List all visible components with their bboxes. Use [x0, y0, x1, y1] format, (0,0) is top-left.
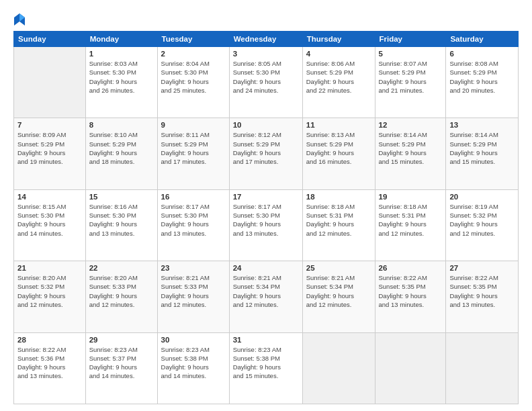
- day-number: 11: [306, 121, 371, 129]
- day-cell: 12Sunrise: 8:14 AM Sunset: 5:29 PM Dayli…: [375, 118, 446, 189]
- header-row: [13, 12, 519, 27]
- day-cell: 14Sunrise: 8:15 AM Sunset: 5:30 PM Dayli…: [14, 189, 86, 261]
- day-cell: 26Sunrise: 8:22 AM Sunset: 5:35 PM Dayli…: [375, 261, 446, 332]
- day-number: 24: [233, 264, 299, 272]
- day-number: 29: [89, 336, 154, 344]
- day-number: 27: [449, 264, 515, 272]
- day-info: Sunrise: 8:21 AM Sunset: 5:33 PM Dayligh…: [161, 273, 226, 309]
- day-info: Sunrise: 8:04 AM Sunset: 5:30 PM Dayligh…: [161, 59, 226, 95]
- day-info: Sunrise: 8:18 AM Sunset: 5:31 PM Dayligh…: [379, 202, 443, 238]
- day-info: Sunrise: 8:14 AM Sunset: 5:29 PM Dayligh…: [379, 130, 443, 166]
- day-cell: 5Sunrise: 8:07 AM Sunset: 5:29 PM Daylig…: [375, 47, 446, 118]
- day-number: 4: [306, 50, 371, 58]
- day-info: Sunrise: 8:08 AM Sunset: 5:29 PM Dayligh…: [449, 59, 515, 95]
- calendar-table: SundayMondayTuesdayWednesdayThursdayFrid…: [13, 31, 519, 404]
- day-cell: 6Sunrise: 8:08 AM Sunset: 5:29 PM Daylig…: [446, 47, 519, 118]
- day-info: Sunrise: 8:22 AM Sunset: 5:35 PM Dayligh…: [449, 273, 515, 309]
- day-number: 3: [233, 50, 299, 58]
- day-cell: 20Sunrise: 8:19 AM Sunset: 5:32 PM Dayli…: [446, 189, 519, 261]
- day-number: 25: [306, 264, 371, 272]
- week-row-2: 7Sunrise: 8:09 AM Sunset: 5:29 PM Daylig…: [14, 118, 519, 189]
- day-number: 9: [161, 121, 226, 129]
- day-info: Sunrise: 8:17 AM Sunset: 5:30 PM Dayligh…: [161, 202, 226, 238]
- day-info: Sunrise: 8:20 AM Sunset: 5:33 PM Dayligh…: [89, 273, 154, 309]
- day-number: 31: [233, 336, 299, 344]
- day-info: Sunrise: 8:07 AM Sunset: 5:29 PM Dayligh…: [379, 59, 443, 95]
- day-info: Sunrise: 8:14 AM Sunset: 5:29 PM Dayligh…: [449, 130, 515, 166]
- day-number: 10: [233, 121, 299, 129]
- day-info: Sunrise: 8:09 AM Sunset: 5:29 PM Dayligh…: [17, 130, 82, 166]
- day-cell: [446, 332, 519, 404]
- weekday-header-monday: Monday: [85, 32, 157, 47]
- day-cell: [14, 47, 86, 118]
- day-cell: 23Sunrise: 8:21 AM Sunset: 5:33 PM Dayli…: [157, 261, 229, 332]
- day-cell: 17Sunrise: 8:17 AM Sunset: 5:30 PM Dayli…: [229, 189, 302, 261]
- day-number: 7: [17, 121, 82, 129]
- day-cell: 11Sunrise: 8:13 AM Sunset: 5:29 PM Dayli…: [302, 118, 375, 189]
- day-number: 18: [306, 193, 371, 201]
- day-cell: 31Sunrise: 8:23 AM Sunset: 5:38 PM Dayli…: [229, 332, 302, 404]
- day-number: 13: [449, 121, 515, 129]
- day-cell: 13Sunrise: 8:14 AM Sunset: 5:29 PM Dayli…: [446, 118, 519, 189]
- day-cell: 1Sunrise: 8:03 AM Sunset: 5:30 PM Daylig…: [85, 47, 157, 118]
- day-number: 5: [379, 50, 443, 58]
- day-number: 28: [17, 336, 82, 344]
- day-number: 14: [17, 193, 82, 201]
- weekday-header-friday: Friday: [375, 32, 446, 47]
- week-row-3: 14Sunrise: 8:15 AM Sunset: 5:30 PM Dayli…: [14, 189, 519, 261]
- day-info: Sunrise: 8:11 AM Sunset: 5:29 PM Dayligh…: [161, 130, 226, 166]
- day-info: Sunrise: 8:20 AM Sunset: 5:32 PM Dayligh…: [17, 273, 82, 309]
- day-info: Sunrise: 8:22 AM Sunset: 5:35 PM Dayligh…: [379, 273, 443, 309]
- day-cell: 30Sunrise: 8:23 AM Sunset: 5:38 PM Dayli…: [157, 332, 229, 404]
- day-number: 22: [89, 264, 154, 272]
- weekday-header-row: SundayMondayTuesdayWednesdayThursdayFrid…: [14, 32, 519, 47]
- day-number: 20: [449, 193, 515, 201]
- weekday-header-tuesday: Tuesday: [157, 32, 229, 47]
- day-info: Sunrise: 8:21 AM Sunset: 5:34 PM Dayligh…: [233, 273, 299, 309]
- day-number: 6: [449, 50, 515, 58]
- week-row-1: 1Sunrise: 8:03 AM Sunset: 5:30 PM Daylig…: [14, 47, 519, 118]
- weekday-header-thursday: Thursday: [302, 32, 375, 47]
- day-info: Sunrise: 8:06 AM Sunset: 5:29 PM Dayligh…: [306, 59, 371, 95]
- day-info: Sunrise: 8:18 AM Sunset: 5:31 PM Dayligh…: [306, 202, 371, 238]
- day-info: Sunrise: 8:22 AM Sunset: 5:36 PM Dayligh…: [17, 345, 82, 381]
- day-info: Sunrise: 8:17 AM Sunset: 5:30 PM Dayligh…: [233, 202, 299, 238]
- week-row-4: 21Sunrise: 8:20 AM Sunset: 5:32 PM Dayli…: [14, 261, 519, 332]
- day-cell: 7Sunrise: 8:09 AM Sunset: 5:29 PM Daylig…: [14, 118, 86, 189]
- day-cell: 19Sunrise: 8:18 AM Sunset: 5:31 PM Dayli…: [375, 189, 446, 261]
- day-info: Sunrise: 8:13 AM Sunset: 5:29 PM Dayligh…: [306, 130, 371, 166]
- day-info: Sunrise: 8:10 AM Sunset: 5:29 PM Dayligh…: [89, 130, 154, 166]
- weekday-header-wednesday: Wednesday: [229, 32, 302, 47]
- day-number: 12: [379, 121, 443, 129]
- day-info: Sunrise: 8:23 AM Sunset: 5:37 PM Dayligh…: [89, 345, 154, 381]
- day-cell: 24Sunrise: 8:21 AM Sunset: 5:34 PM Dayli…: [229, 261, 302, 332]
- day-cell: [302, 332, 375, 404]
- day-info: Sunrise: 8:03 AM Sunset: 5:30 PM Dayligh…: [89, 59, 154, 95]
- logo: [13, 12, 28, 27]
- day-cell: 25Sunrise: 8:21 AM Sunset: 5:34 PM Dayli…: [302, 261, 375, 332]
- day-number: 17: [233, 193, 299, 201]
- day-cell: 8Sunrise: 8:10 AM Sunset: 5:29 PM Daylig…: [85, 118, 157, 189]
- day-cell: 27Sunrise: 8:22 AM Sunset: 5:35 PM Dayli…: [446, 261, 519, 332]
- day-cell: 10Sunrise: 8:12 AM Sunset: 5:29 PM Dayli…: [229, 118, 302, 189]
- week-row-5: 28Sunrise: 8:22 AM Sunset: 5:36 PM Dayli…: [14, 332, 519, 404]
- day-info: Sunrise: 8:05 AM Sunset: 5:30 PM Dayligh…: [233, 59, 299, 95]
- day-cell: 2Sunrise: 8:04 AM Sunset: 5:30 PM Daylig…: [157, 47, 229, 118]
- day-number: 30: [161, 336, 226, 344]
- day-info: Sunrise: 8:23 AM Sunset: 5:38 PM Dayligh…: [233, 345, 299, 381]
- day-cell: [375, 332, 446, 404]
- day-info: Sunrise: 8:15 AM Sunset: 5:30 PM Dayligh…: [17, 202, 82, 238]
- day-number: 16: [161, 193, 226, 201]
- day-number: 15: [89, 193, 154, 201]
- day-cell: 15Sunrise: 8:16 AM Sunset: 5:30 PM Dayli…: [85, 189, 157, 261]
- day-number: 19: [379, 193, 443, 201]
- day-number: 2: [161, 50, 226, 58]
- day-info: Sunrise: 8:21 AM Sunset: 5:34 PM Dayligh…: [306, 273, 371, 309]
- day-cell: 18Sunrise: 8:18 AM Sunset: 5:31 PM Dayli…: [302, 189, 375, 261]
- day-cell: 21Sunrise: 8:20 AM Sunset: 5:32 PM Dayli…: [14, 261, 86, 332]
- weekday-header-saturday: Saturday: [446, 32, 519, 47]
- day-info: Sunrise: 8:23 AM Sunset: 5:38 PM Dayligh…: [161, 345, 226, 381]
- day-info: Sunrise: 8:19 AM Sunset: 5:32 PM Dayligh…: [449, 202, 515, 238]
- page: SundayMondayTuesdayWednesdayThursdayFrid…: [0, 0, 532, 411]
- day-number: 26: [379, 264, 443, 272]
